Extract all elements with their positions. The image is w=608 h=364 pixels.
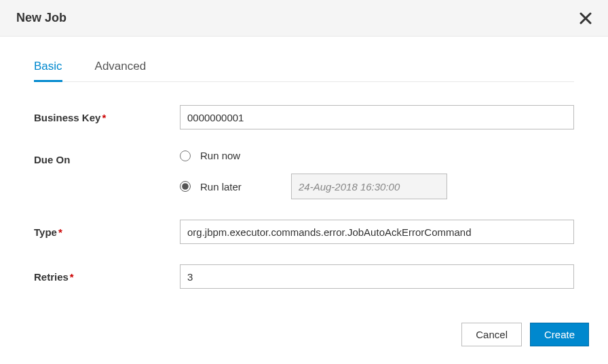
control-due-on: Run now Run later: [180, 150, 574, 199]
row-due-on: Due On Run now Run later: [34, 150, 574, 199]
row-type: Type*: [34, 220, 574, 244]
tab-basic[interactable]: Basic: [34, 56, 62, 82]
close-icon: [580, 12, 592, 24]
cancel-button[interactable]: Cancel: [461, 323, 522, 346]
run-later-label[interactable]: Run later: [200, 181, 282, 193]
type-input[interactable]: [180, 220, 574, 244]
dialog-title: New Job: [16, 11, 66, 25]
retries-input[interactable]: [180, 264, 574, 289]
business-key-input[interactable]: [180, 105, 574, 129]
label-business-key: Business Key*: [34, 112, 180, 123]
tab-advanced[interactable]: Advanced: [95, 56, 147, 81]
required-asterisk: *: [70, 271, 74, 283]
radio-row-run-later: Run later: [180, 174, 574, 199]
tabs: Basic Advanced: [34, 56, 574, 82]
dialog-footer: Cancel Create: [0, 323, 608, 360]
run-later-radio[interactable]: [180, 181, 191, 192]
control-retries: [180, 264, 574, 289]
due-date-input[interactable]: [291, 174, 447, 199]
row-business-key: Business Key*: [34, 105, 574, 129]
run-now-label[interactable]: Run now: [200, 150, 282, 161]
dialog-body: Basic Advanced Business Key* Due On Run …: [0, 37, 608, 323]
run-now-radio[interactable]: [180, 150, 191, 161]
control-business-key: [180, 105, 574, 129]
due-on-radio-group: Run now Run later: [180, 150, 574, 199]
required-asterisk: *: [102, 112, 106, 123]
required-asterisk: *: [58, 226, 62, 238]
create-button[interactable]: Create: [530, 323, 589, 346]
control-type: [180, 220, 574, 244]
row-retries: Retries*: [34, 264, 574, 289]
close-button[interactable]: [580, 12, 592, 24]
label-type: Type*: [34, 226, 180, 238]
label-due-on: Due On: [34, 150, 180, 165]
radio-row-run-now: Run now: [180, 150, 574, 161]
dialog-header: New Job: [0, 0, 608, 37]
label-retries: Retries*: [34, 271, 180, 283]
